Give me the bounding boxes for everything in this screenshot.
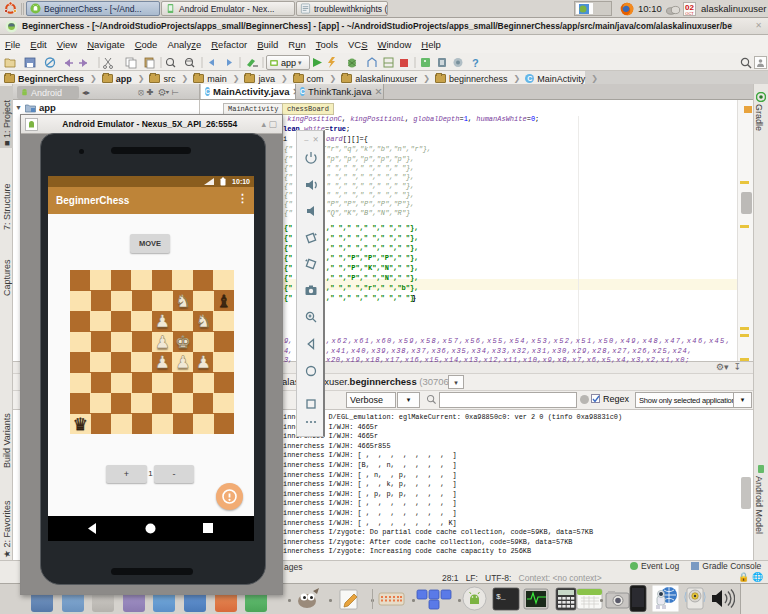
svg-text:$_: $_ xyxy=(496,592,506,601)
